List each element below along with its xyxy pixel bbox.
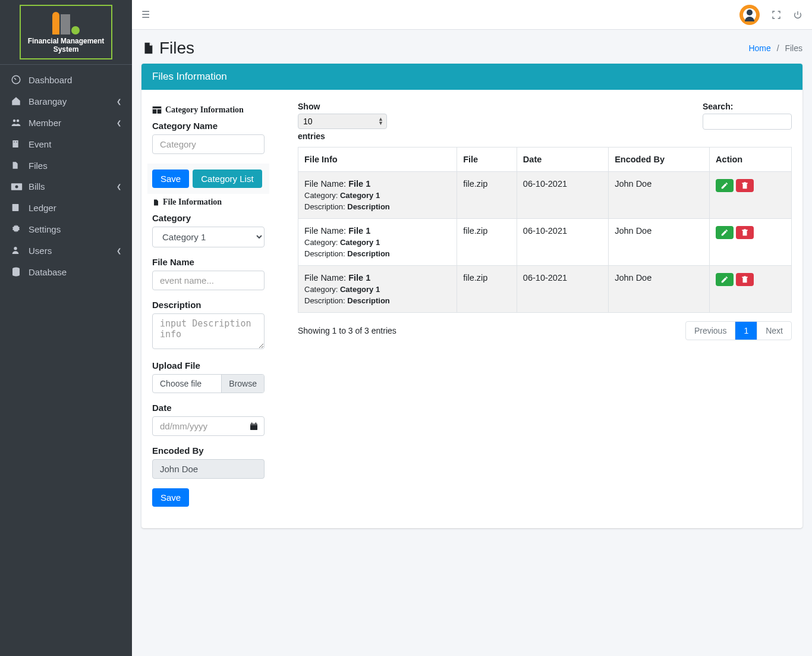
file-icon: [141, 40, 155, 57]
pencil-icon: [720, 181, 729, 190]
file-icon: [11, 160, 23, 171]
sidebar-item-bills[interactable]: Bills❮: [5, 177, 127, 196]
column-header[interactable]: Action: [710, 147, 792, 172]
sidebar-item-event[interactable]: Event: [5, 134, 127, 154]
gear-icon: [11, 224, 23, 234]
entries-label: entries: [298, 131, 387, 141]
category-name-input[interactable]: [152, 134, 265, 154]
table-row: File Name: File 1Category: Category 1Des…: [298, 172, 792, 219]
user-avatar[interactable]: [739, 5, 760, 25]
table-icon: [152, 106, 162, 114]
sidebar-item-label: Dashboard: [29, 75, 121, 85]
home-icon: [11, 96, 23, 106]
fullscreen-icon[interactable]: [772, 10, 781, 20]
svg-point-7: [15, 185, 18, 188]
pagination: Previous 1 Next: [685, 321, 792, 340]
page-title: Files: [141, 39, 194, 58]
trash-icon: [741, 228, 749, 237]
svg-rect-5: [16, 142, 17, 142]
category-section-title: Category Information: [152, 105, 265, 115]
svg-point-2: [17, 120, 20, 123]
svg-rect-3: [12, 140, 18, 147]
sidebar-item-barangay[interactable]: Barangay❮: [5, 91, 127, 111]
breadcrumb-home[interactable]: Home: [748, 43, 770, 53]
upload-file-input[interactable]: Choose file Browse: [152, 374, 265, 393]
page-previous[interactable]: Previous: [686, 322, 735, 340]
table-info: Showing 1 to 3 of 3 entries: [298, 326, 396, 335]
topbar: ☰: [132, 0, 812, 30]
show-label: Show: [298, 102, 387, 111]
sidebar-item-users[interactable]: Users❮: [5, 240, 127, 260]
table-row: File Name: File 1Category: Category 1Des…: [298, 219, 792, 266]
sidebar-item-label: Event: [29, 139, 121, 149]
breadcrumb-current: Files: [785, 43, 802, 53]
delete-button[interactable]: [736, 273, 754, 286]
table-row: File Name: File 1Category: Category 1Des…: [298, 266, 792, 313]
svg-point-10: [14, 247, 17, 250]
search-input[interactable]: [703, 114, 792, 130]
column-header[interactable]: Encoded By: [609, 147, 710, 172]
svg-rect-8: [12, 204, 19, 211]
users-icon: [11, 117, 23, 128]
description-label: Description: [152, 300, 265, 310]
delete-button[interactable]: [736, 226, 754, 239]
svg-point-1: [13, 120, 16, 123]
trash-icon: [741, 275, 749, 284]
edit-button[interactable]: [716, 179, 734, 192]
description-input[interactable]: [152, 313, 265, 349]
files-card: Files Information Category Information C…: [141, 64, 802, 528]
sidebar-item-files[interactable]: Files: [5, 155, 127, 175]
date-label: Date: [152, 403, 265, 413]
sidebar-item-label: Settings: [29, 224, 121, 234]
user-icon: [11, 245, 23, 256]
edit-button[interactable]: [716, 226, 734, 239]
brand-logo-icon: [51, 11, 81, 34]
column-header[interactable]: File: [457, 147, 517, 172]
breadcrumb: Home / Files: [748, 43, 802, 53]
power-icon[interactable]: [793, 10, 802, 20]
sidebar-item-dashboard[interactable]: Dashboard: [5, 70, 127, 90]
page-next[interactable]: Next: [757, 322, 791, 340]
category-name-label: Category Name: [152, 121, 265, 131]
menu-toggle-icon[interactable]: ☰: [141, 9, 150, 20]
save-category-button[interactable]: Save: [152, 170, 189, 188]
category-select[interactable]: Category 1: [152, 227, 265, 247]
card-title: Files Information: [141, 64, 802, 90]
chevron-left-icon: ❮: [117, 120, 121, 126]
sidebar-item-settings[interactable]: Settings: [5, 219, 127, 239]
dashboard-icon: [11, 74, 23, 85]
svg-rect-4: [14, 142, 14, 142]
column-header[interactable]: File Info: [298, 147, 457, 172]
sidebar-item-member[interactable]: Member❮: [5, 112, 127, 133]
filename-input[interactable]: [152, 271, 265, 290]
sidebar-item-ledger[interactable]: Ledger: [5, 197, 127, 218]
brand[interactable]: Financial Management System: [0, 0, 132, 65]
search-label: Search:: [703, 102, 733, 111]
sidebar-item-label: Ledger: [29, 203, 121, 213]
sidebar-item-label: Barangay: [29, 96, 117, 106]
files-table: File Info File Date Encoded By Action Fi…: [298, 147, 792, 313]
pencil-icon: [720, 228, 729, 237]
pencil-icon: [720, 275, 729, 284]
chevron-left-icon: ❮: [117, 247, 121, 254]
chevron-left-icon: ❮: [117, 183, 121, 190]
filename-label: File Name: [152, 257, 265, 267]
building-icon: [11, 139, 23, 149]
browse-button[interactable]: Browse: [221, 375, 264, 393]
sidebar-item-label: Files: [29, 161, 121, 171]
column-header[interactable]: Date: [517, 147, 608, 172]
category-list-button[interactable]: Category List: [193, 170, 262, 188]
book-icon: [11, 202, 23, 213]
sidebar-item-database[interactable]: Database: [5, 262, 127, 282]
date-input[interactable]: [152, 416, 265, 436]
entries-select[interactable]: 10: [298, 114, 387, 129]
brand-title-line2: System: [53, 45, 79, 54]
database-icon: [11, 266, 23, 277]
file-icon: [152, 198, 159, 207]
save-file-button[interactable]: Save: [152, 488, 189, 507]
sidebar-nav: Dashboard Barangay❮ Member❮ Event Files …: [0, 65, 132, 288]
trash-icon: [741, 181, 749, 190]
page-1[interactable]: 1: [735, 322, 757, 340]
edit-button[interactable]: [716, 273, 734, 286]
delete-button[interactable]: [736, 179, 754, 192]
